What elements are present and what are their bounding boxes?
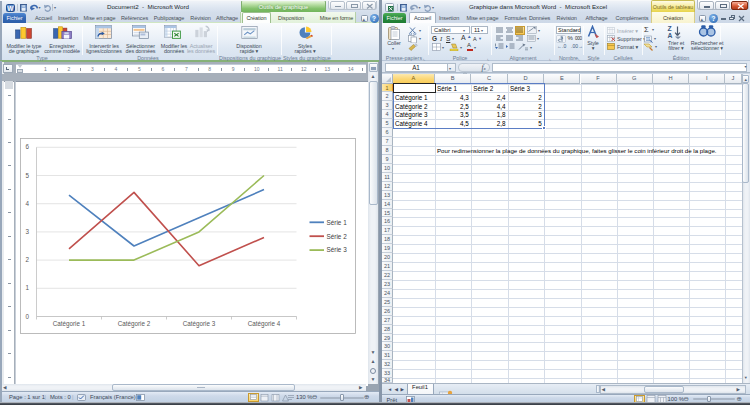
svg-text:5: 5 xyxy=(25,172,29,179)
svg-text:6: 6 xyxy=(25,143,29,150)
svg-text:Catégorie 1: Catégorie 1 xyxy=(53,320,86,328)
svg-text:Z: Z xyxy=(668,25,672,32)
svg-text:Série 1: Série 1 xyxy=(327,219,348,226)
svg-text:Série 3: Série 3 xyxy=(327,246,348,253)
svg-text:Série 2: Série 2 xyxy=(327,233,348,240)
svg-text:Catégorie 2: Catégorie 2 xyxy=(118,320,151,328)
svg-text:0: 0 xyxy=(25,313,29,320)
svg-text:4: 4 xyxy=(25,200,29,207)
svg-text:2: 2 xyxy=(25,256,29,263)
svg-text:Catégorie 3: Catégorie 3 xyxy=(183,320,216,328)
svg-text:A: A xyxy=(668,32,673,39)
svg-text:1: 1 xyxy=(25,284,29,291)
svg-text:3: 3 xyxy=(25,228,29,235)
svg-text:Catégorie 4: Catégorie 4 xyxy=(248,320,281,328)
